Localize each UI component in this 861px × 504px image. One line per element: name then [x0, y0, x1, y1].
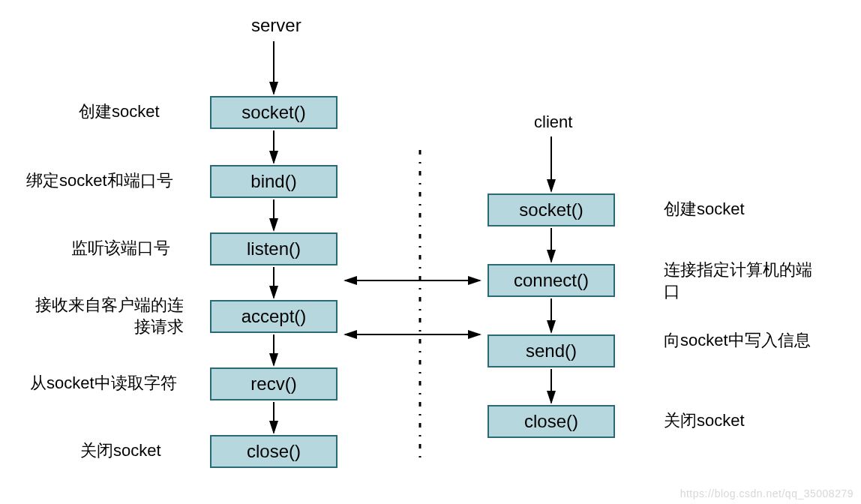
- server-desc-close: 关闭socket: [80, 440, 161, 462]
- server-desc-recv: 从socket中读取字符: [30, 373, 177, 394]
- socket-flow-diagram: server client socket() bind() listen() a…: [0, 0, 861, 504]
- server-box-bind: bind(): [210, 165, 338, 198]
- server-box-socket: socket(): [210, 96, 338, 129]
- client-desc-close: 关闭socket: [664, 410, 745, 432]
- server-box-accept: accept(): [210, 300, 338, 333]
- server-desc-listen: 监听该端口号: [71, 238, 170, 260]
- client-box-send: send(): [488, 334, 615, 368]
- server-box-recv: recv(): [210, 368, 338, 400]
- client-desc-connect: 连接指定计算机的端口: [664, 260, 821, 302]
- client-desc-send: 向socket中写入信息: [664, 330, 821, 352]
- client-title: client: [534, 112, 572, 132]
- client-box-connect: connect(): [488, 264, 615, 297]
- server-box-close: close(): [210, 435, 338, 468]
- client-desc-socket: 创建socket: [664, 199, 745, 220]
- server-desc-bind: 绑定socket和端口号: [26, 170, 173, 192]
- server-title: server: [251, 15, 302, 36]
- server-desc-socket: 创建socket: [79, 101, 160, 123]
- server-desc-accept: 接收来自客户端的连接请求: [34, 295, 184, 338]
- client-box-socket: socket(): [488, 194, 615, 226]
- server-box-listen: listen(): [210, 232, 338, 266]
- watermark: https://blog.csdn.net/qq_35008279: [680, 488, 854, 500]
- client-box-close: close(): [488, 405, 615, 438]
